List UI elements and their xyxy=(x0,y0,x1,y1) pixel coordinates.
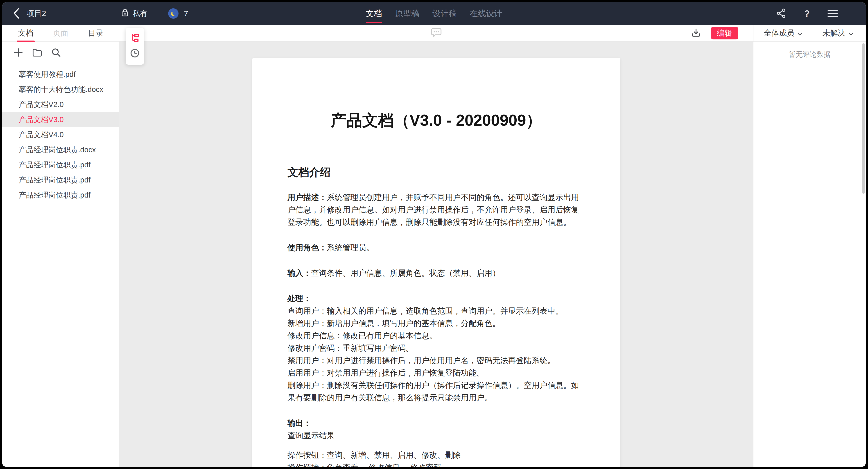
paragraph-text: 修改用户密码：重新填写用户密码。 xyxy=(287,344,413,352)
share-icon xyxy=(776,8,786,19)
doc-paragraph: 使用角色：系统管理员。 xyxy=(287,241,585,254)
file-item[interactable]: 产品经理岗位职责.pdf xyxy=(2,188,119,203)
outline-button[interactable] xyxy=(130,33,140,44)
floating-tool-panel xyxy=(126,28,144,65)
paragraph-text: 查询用户：输入相关的用户信息，选取角色范围，查询用户。并显示在列表中。 xyxy=(287,306,563,315)
file-item[interactable]: 摹客使用教程.pdf xyxy=(2,67,119,82)
sidebar-tabs: 文档 页面 目录 xyxy=(2,25,119,42)
app-window: 项目2 私有 7 文档 xyxy=(2,2,866,467)
doc-paragraph: 输入：查询条件、用户信息、所属角色。状态（禁用、启用） xyxy=(287,267,585,279)
chevron-down-icon xyxy=(798,29,802,38)
document-viewport[interactable]: 产品文档（V3.0 - 20200909） 文档介绍 用户描述：系统管理员创建用… xyxy=(119,41,753,467)
nav-tab-label: 原型稿 xyxy=(395,8,420,19)
sidebar: 文档 页面 目录 xyxy=(2,25,119,467)
content-toolbar-right: 编辑 xyxy=(691,25,738,41)
edit-button[interactable]: 编辑 xyxy=(711,27,738,39)
paragraph-text: 操作链接：角色查看 、修改信息 、修改密码 xyxy=(287,463,441,467)
search-icon xyxy=(51,48,61,58)
file-list: 摹客使用教程.pdf 摹客的十大特色功能.docx 产品文档V2.0 产品文档V… xyxy=(2,67,119,467)
paragraph-text: 查询条件、用户信息、所属角色。状态（禁用、启用） xyxy=(311,268,500,277)
doc-paragraph: 输出： 查询显示结果 xyxy=(287,417,585,441)
sidebar-tab-label: 文档 xyxy=(18,28,33,38)
nav-tab-label: 设计稿 xyxy=(432,8,457,19)
back-button[interactable] xyxy=(10,6,23,21)
scrollbar[interactable] xyxy=(862,43,865,194)
search-button[interactable] xyxy=(51,48,61,58)
sidebar-toolbar xyxy=(2,42,119,64)
sidebar-tab-docs[interactable]: 文档 xyxy=(18,25,33,41)
paragraph-label: 处理： xyxy=(287,294,311,303)
topbar-left: 项目2 私有 7 xyxy=(2,6,188,21)
member-filter-label: 全体成员 xyxy=(764,28,795,38)
status-filter-dropdown[interactable]: 未解决 xyxy=(823,28,853,38)
file-item[interactable]: 产品经理岗位职责.pdf xyxy=(2,157,119,173)
folder-icon xyxy=(32,48,42,57)
member-count: 7 xyxy=(184,9,188,18)
doc-paragraph: 操作按钮：查询、新增、禁用、启用、修改、删除 操作链接：角色查看 、修改信息 、… xyxy=(287,449,585,467)
outline-tree-icon xyxy=(130,33,140,44)
privacy-setting[interactable]: 私有 xyxy=(121,8,148,19)
comment-button[interactable] xyxy=(430,28,442,38)
file-item[interactable]: 产品文档V2.0 xyxy=(2,97,119,112)
menu-button[interactable] xyxy=(827,8,838,19)
content-toolbar: 编辑 xyxy=(119,25,753,41)
comments-panel-header: 全体成员 未解决 xyxy=(753,25,866,42)
comments-empty-state: 暂无评论数据 xyxy=(753,50,866,59)
project-title: 项目2 xyxy=(27,8,46,19)
paragraph-label: 输出： xyxy=(287,418,311,427)
nav-tab-prototype[interactable]: 原型稿 xyxy=(395,2,420,25)
download-button[interactable] xyxy=(691,28,701,38)
privacy-label: 私有 xyxy=(132,8,148,19)
history-clock-icon xyxy=(130,48,140,59)
comment-bubble-icon xyxy=(430,28,442,38)
lock-icon xyxy=(121,8,129,19)
main-nav: 文档 原型稿 设计稿 在线设计 xyxy=(366,2,502,25)
sidebar-tab-label: 目录 xyxy=(88,28,103,38)
paragraph-text: 操作按钮：查询、新增、禁用、启用、修改、删除 xyxy=(287,450,461,459)
sidebar-tab-toc[interactable]: 目录 xyxy=(88,25,103,41)
paragraph-text: 启用用户：对禁用用户进行操作后，用户恢复登陆功能。 xyxy=(287,368,485,377)
status-filter-label: 未解决 xyxy=(823,28,845,38)
paragraph-label: 输入： xyxy=(287,268,311,277)
document-page: 产品文档（V3.0 - 20200909） 文档介绍 用户描述：系统管理员创建用… xyxy=(252,58,620,467)
file-item[interactable]: 摹客的十大特色功能.docx xyxy=(2,82,119,97)
paragraph-text: 禁用用户：对用户进行禁用操作后，用户使用用户名，密码无法再登陆系统。 xyxy=(287,356,555,365)
topbar-right: ? xyxy=(776,2,866,25)
paragraph-label: 使用角色： xyxy=(287,243,327,252)
paragraph-text: 删除用户：删除没有关联任何操作的用户（操作后记录操作信息）。空用户信息。如果有要… xyxy=(287,381,579,402)
paragraph-text: 系统管理员创建用户，并赋予不同用户不同的角色。还可以查询显示出用户信息，并修改用… xyxy=(287,193,579,226)
file-item[interactable]: 产品经理岗位职责.docx xyxy=(2,142,119,157)
file-item[interactable]: 产品文档V4.0 xyxy=(2,127,119,142)
nav-tab-label: 文档 xyxy=(366,8,382,19)
share-button[interactable] xyxy=(776,8,787,19)
member-filter-dropdown[interactable]: 全体成员 xyxy=(764,28,802,38)
paragraph-text: 新增用户：新增用户信息，填写用户的基本信息，分配角色。 xyxy=(287,319,500,327)
nav-tab-label: 在线设计 xyxy=(470,8,502,19)
help-button[interactable]: ? xyxy=(801,8,813,19)
nav-tab-docs[interactable]: 文档 xyxy=(366,2,382,25)
doc-paragraph: 用户描述：系统管理员创建用户，并赋予不同用户不同的角色。还可以查询显示出用户信息… xyxy=(287,191,585,228)
paragraph-text: 修改用户信息：修改已有用户的基本信息。 xyxy=(287,331,437,340)
help-icon: ? xyxy=(804,8,810,19)
paragraph-text: 系统管理员。 xyxy=(327,243,374,252)
nav-tab-design[interactable]: 设计稿 xyxy=(432,2,457,25)
nav-tab-online-design[interactable]: 在线设计 xyxy=(470,2,502,25)
main-area: 文档 页面 目录 xyxy=(2,25,866,467)
paragraph-label: 用户描述： xyxy=(287,193,327,202)
chevron-down-icon xyxy=(849,29,853,38)
history-button[interactable] xyxy=(130,48,140,59)
menu-icon xyxy=(828,9,838,18)
document-title: 产品文档（V3.0 - 20200909） xyxy=(287,109,585,131)
avatar[interactable] xyxy=(168,8,179,19)
sidebar-tab-label: 页面 xyxy=(53,28,68,38)
content-area: 编辑 xyxy=(119,25,753,467)
avatar-moon-icon xyxy=(168,8,179,19)
file-item-selected[interactable]: 产品文档V3.0 xyxy=(2,112,119,127)
new-folder-button[interactable] xyxy=(32,48,42,58)
add-button[interactable] xyxy=(13,48,23,58)
sidebar-tab-pages[interactable]: 页面 xyxy=(53,25,68,41)
file-item[interactable]: 产品经理岗位职责.pdf xyxy=(2,173,119,188)
add-icon xyxy=(14,48,23,58)
topbar: 项目2 私有 7 文档 xyxy=(2,2,866,25)
paragraph-text: 查询显示结果 xyxy=(287,431,335,440)
